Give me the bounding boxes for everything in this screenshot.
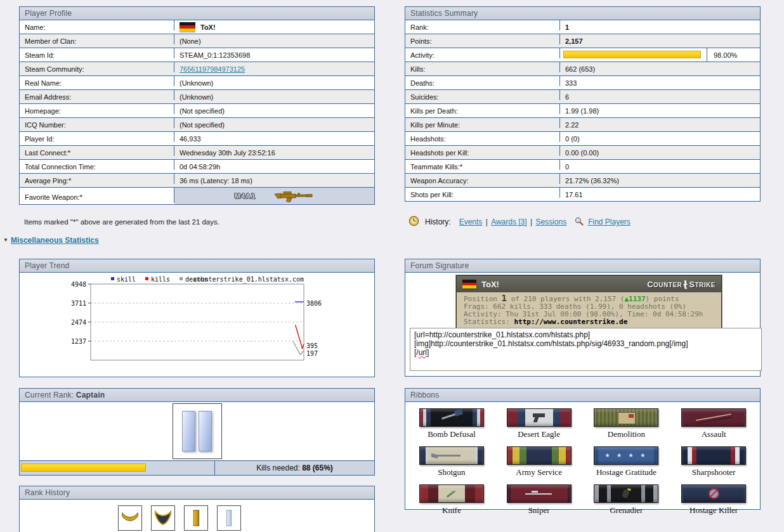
row-label: Headshots: bbox=[405, 132, 560, 142]
player-trend-title: Player Trend bbox=[20, 259, 374, 273]
row-label: Homepage: bbox=[20, 104, 174, 114]
rank-icon-private-first-class bbox=[151, 505, 175, 531]
hostage-gratitude-ribbon-icon: ★ ★ ★ ★ bbox=[594, 447, 658, 464]
captain-insignia-image bbox=[173, 403, 222, 459]
miscellaneous-statistics-toggle[interactable]: ▼Miscellaneous Statistics bbox=[3, 236, 99, 245]
row-label: Average Ping:* bbox=[20, 174, 174, 184]
ribbon-hostage-killer bbox=[681, 484, 746, 503]
steam-community-link[interactable]: 76561197984973125 bbox=[180, 65, 245, 73]
row-value: 98.00% bbox=[560, 48, 760, 62]
ribbon-label: Hostage Killer bbox=[689, 505, 738, 516]
separator: | bbox=[528, 217, 535, 226]
row-label: Favorite Weapon:* bbox=[20, 188, 174, 203]
ribbon-cell: Shotgun bbox=[408, 446, 495, 477]
row-value: (Unknown) bbox=[174, 76, 374, 89]
activity-bar-track bbox=[560, 48, 707, 62]
hostage-killer-ribbon-icon bbox=[709, 488, 719, 499]
history-link-awards[interactable]: Awards [3] bbox=[491, 217, 526, 226]
row-label: Member of Clan: bbox=[20, 34, 174, 44]
ribbon-cell: Assault bbox=[670, 408, 757, 439]
ribbons-panel: Ribbons Bomb DefusalDesert EagleDemoliti… bbox=[405, 388, 761, 510]
ribbon-cell: Demolition bbox=[583, 408, 670, 439]
stats-row: Kills per Death:1.99 (1.98) bbox=[405, 104, 760, 118]
hlstatsx-player-page: Player Profile Name:ToX!Member of Clan:(… bbox=[0, 0, 784, 532]
ribbon-cell: Desert Eagle bbox=[495, 408, 583, 439]
row-label: Deaths: bbox=[405, 76, 560, 86]
forum-signature-panel: Forum Signature ToX! CounterStrike Posit… bbox=[405, 259, 761, 377]
signature-body: Position 1 of 210 players with 2,157 (▲1… bbox=[457, 292, 721, 328]
rank-progress-row: Kills needed: 88 (65%) bbox=[20, 460, 374, 475]
profile-row: Average Ping:*36 ms (Latency: 18 ms) bbox=[20, 174, 374, 188]
row-label: Suicides: bbox=[405, 90, 560, 100]
row-label: Steam Id: bbox=[20, 48, 174, 58]
history-link-sessions[interactable]: Sessions bbox=[535, 217, 566, 226]
profile-row: Email Address:(Unknown) bbox=[20, 90, 374, 104]
svg-text:kills: kills bbox=[151, 276, 170, 283]
miscellaneous-statistics-link[interactable]: Miscellaneous Statistics bbox=[11, 236, 99, 245]
row-value: 333 bbox=[560, 76, 760, 89]
demolition-ribbon-icon bbox=[618, 412, 636, 424]
statistics-summary-panel: Statistics Summary Rank:1Points:2,157Act… bbox=[405, 6, 761, 202]
clock-icon bbox=[408, 216, 419, 228]
row-value: 0d 04:58:29h bbox=[174, 160, 374, 173]
profile-row: Favorite Weapon:*M4A1 bbox=[20, 188, 374, 204]
svg-text:197: 197 bbox=[306, 350, 318, 357]
signature-image: ToX! CounterStrike Position 1 of 210 pla… bbox=[456, 275, 722, 329]
svg-text:1237: 1237 bbox=[71, 338, 86, 345]
row-value: (Not specified) bbox=[174, 104, 374, 117]
row-label: Last Connect:* bbox=[20, 146, 174, 156]
row-label: Name: bbox=[20, 20, 174, 30]
ribbon-label: Grenadier bbox=[610, 505, 643, 516]
row-label: Real Name: bbox=[20, 76, 174, 86]
row-label: Weapon Accuracy: bbox=[405, 174, 560, 184]
rank-history-icons bbox=[2, 500, 356, 531]
rank-icon-private bbox=[118, 505, 142, 531]
ribbon-sharpshooter bbox=[681, 446, 746, 465]
row-label: Kills per Death: bbox=[405, 104, 560, 114]
profile-row: Homepage:(Not specified) bbox=[20, 104, 374, 118]
row-value: 1.99 (1.98) bbox=[560, 104, 760, 117]
bbcode-line: [img]http://counterstrike_01.hlstatsx.co… bbox=[414, 339, 757, 348]
history-link-events[interactable]: Events bbox=[459, 217, 483, 226]
ribbon-label: Army Service bbox=[516, 467, 562, 477]
rank-progress-track bbox=[20, 461, 215, 475]
row-label: Points: bbox=[405, 34, 560, 44]
bbcode-textarea[interactable]: [url=http://counterstrike_01.hlstatsx.co… bbox=[410, 328, 762, 371]
ribbon-cell: Grenadier bbox=[583, 484, 670, 516]
captain-bar bbox=[182, 411, 195, 451]
ribbons-grid: Bomb DefusalDesert EagleDemolitionAssaul… bbox=[405, 402, 760, 521]
stats-row: Shots per Kill:17.61 bbox=[405, 188, 760, 201]
current-rank-panel: Current Rank: Captain Kills needed: 88 (… bbox=[19, 388, 375, 476]
row-label: Total Connection Time: bbox=[20, 160, 174, 170]
ribbon-label: Bomb Defusal bbox=[428, 429, 475, 439]
row-label: Steam Community: bbox=[20, 62, 174, 72]
history-label: History: bbox=[425, 217, 451, 226]
rank-icon-second-lieutenant bbox=[184, 505, 208, 531]
current-rank-title: Current Rank: Captain bbox=[20, 389, 374, 402]
profile-row: Total Connection Time:0d 04:58:29h bbox=[20, 160, 374, 174]
ribbon-knife bbox=[419, 484, 484, 503]
ribbon-assault bbox=[681, 408, 746, 427]
rank-history-panel: Rank History bbox=[19, 486, 375, 532]
player-trend-panel: Player Trend 1237247437114948skillkillsd… bbox=[19, 259, 375, 377]
profile-row: Name:ToX! bbox=[20, 20, 374, 34]
statistics-summary-title: Statistics Summary bbox=[405, 7, 760, 20]
ribbon-bomb-defusal bbox=[419, 408, 484, 427]
ribbon-label: Hostage Gratitude bbox=[596, 467, 657, 477]
svg-text:3711: 3711 bbox=[71, 300, 86, 307]
signature-player-name: ToX! bbox=[481, 280, 647, 289]
find-players-link[interactable]: Find Players bbox=[588, 217, 630, 226]
row-value: (None) bbox=[174, 34, 374, 48]
germany-flag-icon bbox=[180, 22, 195, 32]
desert-eagle-ribbon-icon bbox=[533, 413, 545, 417]
row-label: Player Id: bbox=[20, 132, 174, 142]
profile-row: Real Name:(Unknown) bbox=[20, 76, 374, 90]
row-value: 21.72% (36.32%) bbox=[560, 174, 760, 187]
profile-row: Steam Id:STEAM_0:1:12353698 bbox=[20, 48, 374, 62]
counter-strike-logo: CounterStrike bbox=[647, 280, 715, 289]
stats-row: Activity:98.00% bbox=[405, 48, 760, 62]
history-bar: History: Events | Awards [3] | Sessions … bbox=[408, 216, 632, 228]
ribbon-grenadier bbox=[594, 484, 658, 503]
row-label: Teammate Kills:* bbox=[405, 160, 560, 170]
ribbon-cell: Sniper bbox=[495, 484, 583, 516]
